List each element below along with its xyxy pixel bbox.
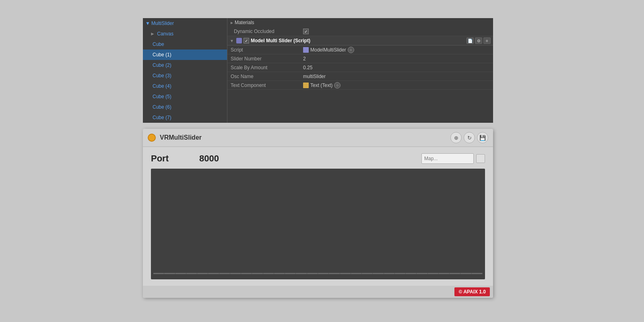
hierarchy-item-cube-3[interactable]: Cube (3): [143, 70, 227, 81]
window-controls: ⊕ ↻ 💾: [450, 132, 488, 143]
dynamic-occluded-checkbox[interactable]: ✓: [303, 29, 309, 34]
component-icon-doc[interactable]: 📄: [466, 37, 474, 44]
port-value: 8000: [199, 153, 421, 164]
osc-name-row: Osc Name multiSlider: [227, 72, 493, 81]
slider-tick: [450, 273, 460, 274]
window-dot: [148, 134, 156, 142]
hierarchy-item-label: MultiSlider: [151, 19, 174, 27]
hierarchy-item-label: Cube (4): [153, 83, 171, 89]
vr-multislider-window: VRMultiSlider ⊕ ↻ 💾 Port 8000 © APAIX 1.…: [143, 129, 493, 298]
slider-tick: [406, 273, 417, 274]
window-body: Port 8000: [143, 147, 493, 286]
slider-tick: [307, 273, 318, 274]
slider-tick: [175, 273, 186, 274]
window-title: VRMultiSlider: [160, 134, 446, 141]
slider-tick: [395, 273, 406, 274]
materials-label: Materials: [235, 20, 254, 25]
slider-tick: [417, 273, 427, 274]
dynamic-occluded-row: Dynamic Occluded ✓: [227, 27, 493, 36]
slider-tick: [285, 273, 296, 274]
slider-tick: [373, 273, 384, 274]
script-block-icon: [236, 38, 242, 43]
slider-number-label: Slider Number: [227, 55, 300, 62]
hierarchy-item-cube-2[interactable]: Cube (2): [143, 60, 227, 70]
slider-track: [151, 272, 485, 275]
component-icon-group: 📄 ⚙ ≡: [466, 37, 491, 44]
hierarchy-item-multislider[interactable]: ▼ MultiSlider: [143, 18, 227, 29]
hierarchy-item-cube-1[interactable]: Cube (1): [143, 50, 227, 60]
scale-by-amount-value: 0.25: [300, 64, 493, 71]
apaix-badge: © APAIX 1.0: [454, 287, 490, 296]
fold-arrow-materials: ►: [230, 21, 234, 25]
hierarchy-item-label: Cube (6): [153, 104, 171, 110]
osc-name-value: multiSlider: [300, 73, 493, 80]
hierarchy-item-cube-6[interactable]: Cube (6): [143, 102, 227, 112]
slider-tick: [153, 273, 164, 274]
script-row: Script ModelMultiSlider ○: [227, 45, 493, 54]
hierarchy-panel: ▼ MultiSlider ► Canvas Cube Cube (1) Cub…: [143, 18, 227, 123]
slider-tick: [252, 273, 263, 274]
slider-tick: [164, 273, 175, 274]
text-component-value: Text (Text) ○: [300, 81, 493, 89]
component-title: Model Multi Slider (Script): [251, 38, 465, 43]
hierarchy-item-cube-4[interactable]: Cube (4): [143, 81, 227, 91]
slider-tick: [208, 273, 219, 274]
component-icon-menu[interactable]: ≡: [483, 37, 491, 44]
hierarchy-item-cube-7[interactable]: Cube (7): [143, 112, 227, 123]
dynamic-occluded-label: Dynamic Occluded: [231, 28, 303, 35]
component-icon-settings[interactable]: ⚙: [475, 37, 482, 44]
hierarchy-item-cube[interactable]: Cube: [143, 39, 227, 50]
scale-by-amount-label: Scale By Amount: [227, 64, 300, 71]
map-checkbox[interactable]: [476, 154, 485, 163]
hierarchy-item-label: Cube (2): [153, 62, 171, 68]
unity-inspector-panel: ▼ MultiSlider ► Canvas Cube Cube (1) Cub…: [143, 18, 493, 123]
map-input[interactable]: [421, 153, 474, 164]
map-area: [421, 153, 485, 164]
hierarchy-item-label: Cube (1): [153, 52, 171, 58]
osc-name-label: Osc Name: [227, 73, 300, 80]
window-save-btn[interactable]: 💾: [477, 132, 488, 143]
slider-canvas[interactable]: [151, 169, 485, 279]
slider-tick: [472, 273, 483, 274]
window-copy-btn[interactable]: ⊕: [450, 132, 462, 143]
inspector-panel: ► Materials Dynamic Occluded ✓ ▼ ✓ Model…: [227, 18, 493, 123]
slider-tick: [318, 273, 329, 274]
slider-tick: [428, 273, 439, 274]
port-row: Port 8000: [151, 153, 485, 164]
hierarchy-item-label: Canvas: [157, 31, 173, 37]
window-refresh-btn[interactable]: ↻: [464, 132, 475, 143]
hierarchy-item-label: Cube: [153, 41, 164, 47]
scale-by-amount-row: Scale By Amount 0.25: [227, 63, 493, 72]
script-field-value: ModelMultiSlider ○: [300, 46, 493, 54]
script-select-btn[interactable]: ○: [348, 47, 354, 53]
slider-tick: [329, 273, 340, 274]
slider-tick: [362, 273, 373, 274]
fold-arrow-multislider: ▼: [145, 19, 150, 27]
slider-tick: [340, 273, 351, 274]
text-component-name: Text (Text): [310, 83, 332, 88]
hierarchy-item-label: Cube (5): [153, 94, 171, 99]
slider-tick: [296, 273, 307, 274]
hierarchy-item-label: Cube (3): [153, 73, 171, 78]
window-titlebar: VRMultiSlider ⊕ ↻ 💾: [143, 129, 493, 147]
script-icon: [303, 47, 309, 53]
slider-tick: [219, 273, 230, 274]
text-component-row: Text Component Text (Text) ○: [227, 81, 493, 90]
text-component-label: Text Component: [227, 82, 300, 89]
component-enabled-checkbox[interactable]: ✓: [244, 38, 249, 43]
slider-tick: [274, 273, 285, 274]
slider-tick: [263, 273, 274, 274]
script-name: ModelMultiSlider: [310, 47, 346, 53]
hierarchy-item-cube-5[interactable]: Cube (5): [143, 91, 227, 102]
slider-tick: [230, 273, 241, 274]
text-component-select-btn[interactable]: ○: [334, 82, 341, 89]
slider-tick: [384, 273, 395, 274]
slider-tick: [351, 273, 362, 274]
slider-tick: [197, 273, 208, 274]
slider-tick: [186, 273, 197, 274]
port-label: Port: [151, 153, 199, 164]
slider-number-row: Slider Number 2: [227, 54, 493, 63]
materials-row: ► Materials: [227, 18, 493, 27]
component-header: ▼ ✓ Model Multi Slider (Script) 📄 ⚙ ≡: [227, 36, 493, 45]
hierarchy-item-canvas[interactable]: ► Canvas: [143, 29, 227, 39]
